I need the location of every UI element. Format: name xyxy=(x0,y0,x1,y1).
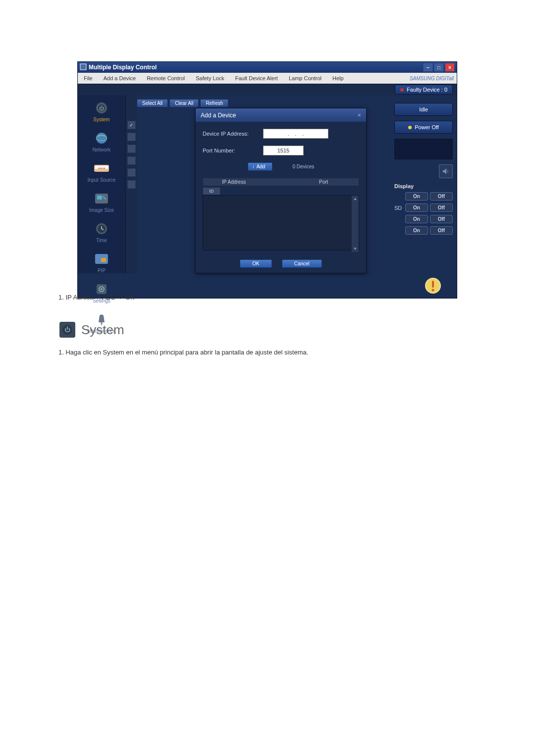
faulty-dot-icon xyxy=(400,88,404,92)
device-checkbox[interactable] xyxy=(127,180,136,189)
idle-pill: Idle xyxy=(394,103,453,116)
device-list: ▲ ▼ xyxy=(203,195,359,251)
menu-fault-alert[interactable]: Fault Device Alert xyxy=(232,74,281,82)
maximize-button[interactable]: □ xyxy=(434,63,444,72)
scroll-up-icon[interactable]: ▲ xyxy=(353,197,357,201)
id-tab: ID xyxy=(203,187,220,195)
device-ip-input[interactable]: ... xyxy=(263,129,328,139)
device-checkbox[interactable] xyxy=(127,133,136,141)
sidebar-item-image-size[interactable]: Image Size xyxy=(78,189,125,219)
port-number-input[interactable]: 1515 xyxy=(263,146,304,155)
instructions: 1. IP Adress -> ADD -> OK ⏻ System 1. Ha… xyxy=(58,287,445,362)
window-title: Multiple Display Control xyxy=(89,64,157,71)
sidebar: ⏻ System Network ●●●●● Input Source xyxy=(78,95,126,273)
menu-file[interactable]: File xyxy=(81,74,96,82)
sidebar-item-time[interactable]: Time xyxy=(78,219,125,249)
refresh-button[interactable]: Refresh xyxy=(200,99,228,107)
cancel-button[interactable]: Cancel xyxy=(282,259,322,268)
device-checkbox[interactable] xyxy=(127,168,136,177)
toggle-on[interactable]: On xyxy=(405,192,428,201)
scrollbar[interactable]: ▲ ▼ xyxy=(351,196,359,252)
svg-rect-20 xyxy=(432,281,434,288)
checkbox-column: ✓ xyxy=(126,95,137,273)
menu-remote-control[interactable]: Remote Control xyxy=(144,74,188,82)
brand-label: SAMSUNG DIGITall xyxy=(410,76,454,81)
power-label: Power Off xyxy=(415,124,439,130)
device-checkbox[interactable] xyxy=(127,156,136,165)
sidebar-label: PIP xyxy=(98,268,106,273)
ip-label: Device IP Address: xyxy=(203,131,257,137)
status-bar: Faulty Device : 0 xyxy=(78,84,457,95)
app-window: Multiple Display Control – □ × File Add … xyxy=(77,61,457,299)
instruction-step-1: 1. IP Adress -> ADD -> OK xyxy=(58,294,445,301)
sd-label: SD xyxy=(394,205,403,211)
pip-icon xyxy=(93,251,110,267)
add-button[interactable]: ↓ Add xyxy=(248,162,273,171)
toggle-off[interactable]: Off xyxy=(430,215,453,223)
col-ip: IP Address xyxy=(220,179,319,185)
speaker-button[interactable] xyxy=(439,164,453,178)
svg-rect-0 xyxy=(80,64,86,70)
svg-rect-10 xyxy=(97,196,102,200)
device-list-header: IP Address Port xyxy=(203,178,359,186)
sidebar-label: Time xyxy=(96,238,107,243)
dialog-close-icon[interactable]: × xyxy=(357,111,361,119)
section-heading: System xyxy=(81,322,124,338)
app-icon xyxy=(80,63,87,72)
sidebar-item-pip[interactable]: PIP xyxy=(78,249,125,279)
menu-safety-lock[interactable]: Safety Lock xyxy=(193,74,227,82)
svg-text:⏻: ⏻ xyxy=(99,105,104,111)
network-icon xyxy=(93,130,110,146)
dialog-title: Add a Device xyxy=(201,112,236,119)
instruction-step-2: 1. Haga clic en System en el menú princi… xyxy=(58,349,445,356)
close-button[interactable]: × xyxy=(445,63,455,72)
svg-rect-14 xyxy=(101,258,106,262)
select-all-button[interactable]: Select All xyxy=(137,99,168,107)
time-icon xyxy=(93,221,110,237)
right-panel: Idle Power Off Display On xyxy=(390,95,457,273)
image-size-icon xyxy=(93,191,110,206)
input-source-icon: ●●●●● xyxy=(93,160,110,176)
source-panel xyxy=(394,139,453,159)
sidebar-item-input-source[interactable]: ●●●●● Input Source xyxy=(78,158,125,189)
toggle-on[interactable]: On xyxy=(405,226,428,235)
menu-add-device[interactable]: Add a Device xyxy=(101,74,139,82)
sidebar-item-system[interactable]: ⏻ System xyxy=(78,98,125,128)
menu-help[interactable]: Help xyxy=(329,74,347,82)
sidebar-label: Input Source xyxy=(88,177,116,183)
device-checkbox[interactable]: ✓ xyxy=(127,121,136,129)
scroll-down-icon[interactable]: ▼ xyxy=(353,247,357,251)
toggle-on[interactable]: On xyxy=(405,215,428,223)
menubar: File Add a Device Remote Control Safety … xyxy=(78,73,457,84)
svg-point-4 xyxy=(96,133,107,144)
system-icon: ⏻ xyxy=(93,100,110,116)
faulty-label: Faulty Device : 0 xyxy=(407,87,447,93)
system-icon: ⏻ xyxy=(58,321,76,339)
toggle-off[interactable]: Off xyxy=(430,203,453,212)
add-device-dialog: Add a Device × Device IP Address: ... Po… xyxy=(195,108,367,273)
content-column: Select All Clear All Refresh Add a Devic… xyxy=(137,95,390,273)
svg-text:⏻: ⏻ xyxy=(64,326,70,333)
dialog-titlebar: Add a Device × xyxy=(196,108,366,122)
clear-all-button[interactable]: Clear All xyxy=(169,99,199,107)
port-label: Port Number: xyxy=(203,148,257,153)
faulty-device-pill[interactable]: Faulty Device : 0 xyxy=(395,85,453,95)
devices-count-label: 0 Devices xyxy=(292,164,314,169)
down-arrow-icon: ↓ xyxy=(252,164,255,169)
svg-text:●●●●●: ●●●●● xyxy=(98,166,105,169)
menu-lamp-control[interactable]: Lamp Control xyxy=(286,74,324,82)
sidebar-label: Network xyxy=(93,147,111,152)
sidebar-label: System xyxy=(93,117,109,122)
minimize-button[interactable]: – xyxy=(423,63,433,72)
idle-label: Idle xyxy=(419,106,428,112)
sidebar-item-network[interactable]: Network xyxy=(78,128,125,158)
col-port: Port xyxy=(319,179,359,185)
toggle-off[interactable]: Off xyxy=(430,192,453,201)
power-dot-icon xyxy=(408,126,412,129)
toggle-off[interactable]: Off xyxy=(430,226,453,235)
sidebar-label: Image Size xyxy=(89,207,114,213)
toggle-on[interactable]: On xyxy=(405,203,428,212)
power-off-button[interactable]: Power Off xyxy=(394,121,453,134)
device-checkbox[interactable] xyxy=(127,145,136,153)
ok-button[interactable]: OK xyxy=(240,259,271,268)
